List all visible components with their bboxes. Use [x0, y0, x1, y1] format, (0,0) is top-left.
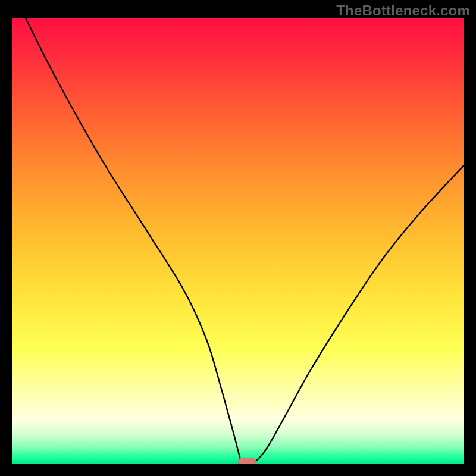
watermark-text: TheBottleneck.com [336, 2, 470, 19]
plot-area [12, 18, 464, 464]
chart-frame: TheBottleneck.com [0, 0, 476, 476]
optimal-point-marker [238, 458, 256, 464]
bottleneck-curve [12, 18, 464, 464]
